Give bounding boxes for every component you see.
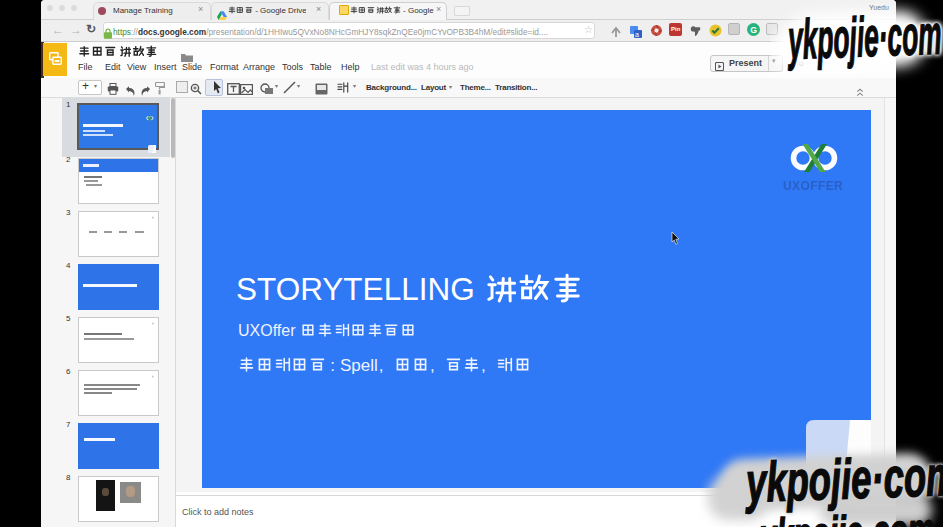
svg-text:a: a [635, 31, 639, 38]
svg-text:G: G [750, 25, 757, 35]
